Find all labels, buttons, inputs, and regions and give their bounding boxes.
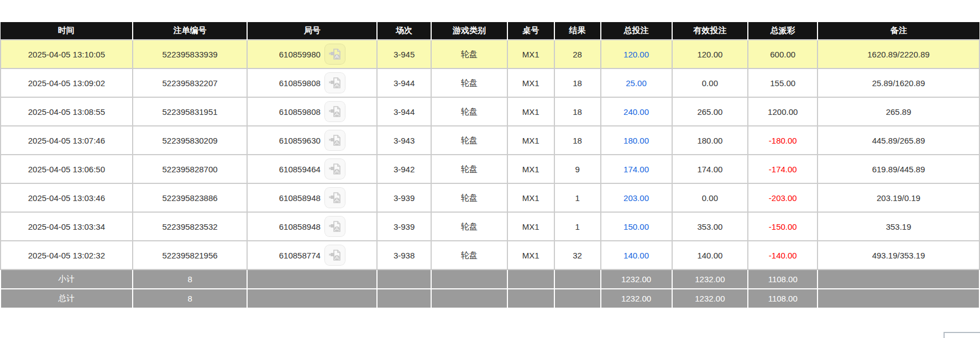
cell-remark: 619.89/445.89 bbox=[817, 155, 979, 183]
round-id-group: 610859980 bbox=[248, 44, 376, 65]
video-replay-button[interactable] bbox=[324, 101, 345, 122]
cell-table-no: MX1 bbox=[507, 241, 554, 270]
cell-bet-id: 522395833939 bbox=[133, 40, 248, 68]
subtotal-label: 小计 bbox=[1, 270, 133, 289]
bet-records-table: 时间 注单编号 局号 场次 游戏类别 桌号 结果 总投注 有效投注 总派彩 备注… bbox=[0, 22, 980, 309]
pagination-box-partial[interactable] bbox=[944, 332, 980, 338]
round-id-text: 610859464 bbox=[279, 165, 321, 174]
total-bet-link[interactable]: 203.00 bbox=[623, 193, 649, 203]
cell-session: 3-939 bbox=[377, 183, 431, 212]
cell-game-type: 轮盘 bbox=[431, 68, 507, 97]
total-valid-bet: 1232.00 bbox=[672, 289, 748, 308]
cell-bet-id: 522395831951 bbox=[133, 97, 248, 126]
video-replay-button[interactable] bbox=[324, 216, 345, 237]
table-footer: 小计 8 1232.00 1232.00 1108.00 总计 8 1232.0… bbox=[1, 270, 979, 308]
video-replay-icon bbox=[328, 162, 342, 176]
cell-payout: -150.00 bbox=[748, 212, 817, 241]
subtotal-count: 8 bbox=[133, 270, 248, 289]
cell-valid-bet: 140.00 bbox=[672, 241, 748, 270]
total-bet-link[interactable]: 180.00 bbox=[623, 136, 649, 145]
round-id-group: 610858948 bbox=[248, 187, 376, 208]
total-count: 8 bbox=[133, 289, 248, 308]
header-round-id: 局号 bbox=[247, 22, 377, 40]
cell-game-type: 轮盘 bbox=[431, 241, 507, 270]
cell-valid-bet: 174.00 bbox=[672, 155, 748, 183]
cell-bet-id: 522395821956 bbox=[133, 241, 248, 270]
video-replay-icon bbox=[328, 47, 342, 61]
video-replay-icon bbox=[328, 105, 342, 118]
cell-time: 2025-04-05 13:02:32 bbox=[1, 241, 133, 270]
cell-table-no: MX1 bbox=[507, 40, 554, 68]
round-id-group: 610858774 bbox=[248, 245, 376, 266]
cell-valid-bet: 0.00 bbox=[672, 68, 748, 97]
cell-total-bet: 25.00 bbox=[601, 68, 672, 97]
header-time: 时间 bbox=[1, 22, 133, 40]
total-bet-link[interactable]: 150.00 bbox=[623, 222, 649, 231]
total-label: 总计 bbox=[1, 289, 133, 308]
cell-payout: 1200.00 bbox=[748, 97, 817, 126]
cell-payout: 600.00 bbox=[748, 40, 817, 68]
cell-result: 1 bbox=[554, 212, 601, 241]
video-replay-button[interactable] bbox=[324, 44, 345, 65]
cell-session: 3-943 bbox=[377, 126, 431, 155]
cell-round-id: 610858948 bbox=[247, 183, 377, 212]
cell-remark: 265.89 bbox=[817, 97, 979, 126]
cell-remark: 1620.89/2220.89 bbox=[817, 40, 979, 68]
table-header: 时间 注单编号 局号 场次 游戏类别 桌号 结果 总投注 有效投注 总派彩 备注 bbox=[1, 22, 979, 40]
cell-round-id: 610859808 bbox=[247, 68, 377, 97]
round-id-text: 610858948 bbox=[279, 193, 321, 203]
cell-round-id: 610859630 bbox=[247, 126, 377, 155]
header-game-type: 游戏类别 bbox=[431, 22, 507, 40]
cell-result: 18 bbox=[554, 97, 601, 126]
total-bet-link[interactable]: 140.00 bbox=[623, 251, 649, 260]
cell-session: 3-945 bbox=[377, 40, 431, 68]
record-row: 2025-04-05 13:09:02522395832207610859808… bbox=[1, 68, 979, 97]
total-payout: 1108.00 bbox=[748, 289, 817, 308]
total-bet-link[interactable]: 25.00 bbox=[626, 78, 647, 88]
cell-round-id: 610859808 bbox=[247, 97, 377, 126]
video-replay-button[interactable] bbox=[324, 72, 345, 93]
cell-total-bet: 240.00 bbox=[601, 97, 672, 126]
cell-remark: 203.19/0.19 bbox=[817, 183, 979, 212]
round-id-text: 610858774 bbox=[279, 251, 321, 260]
cell-table-no: MX1 bbox=[507, 183, 554, 212]
video-replay-button[interactable] bbox=[324, 187, 345, 208]
header-remark: 备注 bbox=[817, 22, 979, 40]
cell-total-bet: 120.00 bbox=[601, 40, 672, 68]
cell-remark: 25.89/1620.89 bbox=[817, 68, 979, 97]
round-id-text: 610859980 bbox=[279, 50, 321, 59]
cell-session: 3-944 bbox=[377, 97, 431, 126]
record-row-highlighted: 2025-04-05 13:10:05522395833939610859980… bbox=[1, 40, 979, 68]
cell-result: 18 bbox=[554, 126, 601, 155]
cell-session: 3-938 bbox=[377, 241, 431, 270]
round-id-group: 610859808 bbox=[248, 101, 376, 122]
cell-game-type: 轮盘 bbox=[431, 40, 507, 68]
video-replay-icon bbox=[328, 191, 342, 204]
header-result: 结果 bbox=[554, 22, 601, 40]
video-replay-button[interactable] bbox=[324, 245, 345, 266]
record-row: 2025-04-05 13:03:46522395823886610858948… bbox=[1, 183, 979, 212]
cell-game-type: 轮盘 bbox=[431, 155, 507, 183]
cell-table-no: MX1 bbox=[507, 126, 554, 155]
round-id-text: 610859808 bbox=[279, 78, 321, 88]
subtotal-payout: 1108.00 bbox=[748, 270, 817, 289]
header-table-no: 桌号 bbox=[507, 22, 554, 40]
record-row: 2025-04-05 13:08:55522395831951610859808… bbox=[1, 97, 979, 126]
video-replay-button[interactable] bbox=[324, 130, 345, 151]
cell-table-no: MX1 bbox=[507, 68, 554, 97]
total-bet-link[interactable]: 174.00 bbox=[623, 165, 649, 174]
cell-table-no: MX1 bbox=[507, 155, 554, 183]
cell-time: 2025-04-05 13:03:34 bbox=[1, 212, 133, 241]
cell-result: 9 bbox=[554, 155, 601, 183]
total-bet-link[interactable]: 240.00 bbox=[623, 107, 649, 117]
video-replay-button[interactable] bbox=[324, 159, 345, 179]
record-row: 2025-04-05 13:03:34522395823532610858948… bbox=[1, 212, 979, 241]
cell-result: 32 bbox=[554, 241, 601, 270]
cell-round-id: 610858774 bbox=[247, 241, 377, 270]
cell-session: 3-944 bbox=[377, 68, 431, 97]
round-id-text: 610859630 bbox=[279, 136, 321, 145]
total-bet-link[interactable]: 120.00 bbox=[623, 50, 649, 59]
record-row: 2025-04-05 13:06:50522395828700610859464… bbox=[1, 155, 979, 183]
cell-payout: 155.00 bbox=[748, 68, 817, 97]
cell-game-type: 轮盘 bbox=[431, 126, 507, 155]
